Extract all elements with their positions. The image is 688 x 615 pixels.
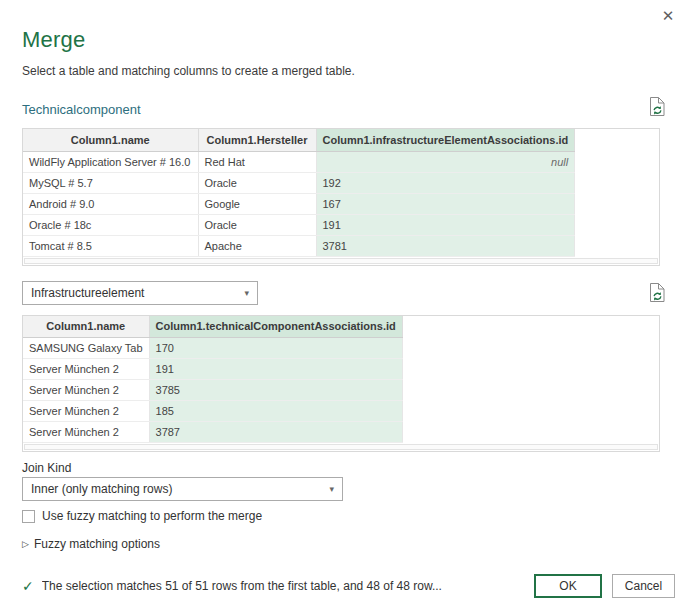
refresh-preview-icon[interactable]	[649, 96, 666, 117]
table-cell[interactable]: Server München 2	[23, 380, 149, 401]
match-status: ✓ The selection matches 51 of 51 rows fr…	[22, 578, 520, 594]
table-cell[interactable]: 170	[149, 338, 402, 359]
refresh-preview-icon[interactable]	[649, 282, 666, 303]
column-header[interactable]: Column1.name	[23, 129, 198, 151]
second-table-dropdown-value: Infrastructureelement	[31, 286, 144, 300]
column-header[interactable]: Column1.infrastructureElementAssociation…	[316, 129, 575, 151]
fuzzy-matching-checkbox-label[interactable]: Use fuzzy matching to perform the merge	[42, 509, 262, 523]
dialog-subtitle: Select a table and matching columns to c…	[22, 64, 666, 78]
table-row[interactable]: Oracle # 18cOracle191	[23, 214, 575, 235]
table-row[interactable]: Server München 23787	[23, 422, 402, 443]
first-table-preview: Column1.nameColumn1.HerstellerColumn1.in…	[22, 128, 660, 266]
join-kind-label: Join Kind	[22, 461, 666, 475]
table-cell[interactable]: Server München 2	[23, 359, 149, 380]
first-table-header: Technicalcomponent	[22, 95, 666, 117]
cancel-button[interactable]: Cancel	[612, 574, 675, 598]
second-table-preview: Column1.nameColumn1.technicalComponentAs…	[22, 315, 660, 453]
merge-dialog: ✕ Merge Select a table and matching colu…	[0, 0, 688, 615]
table-cell[interactable]: 191	[316, 214, 575, 235]
table-row[interactable]: Server München 23785	[23, 380, 402, 401]
table-cell[interactable]: Server München 2	[23, 401, 149, 422]
fuzzy-options-expander[interactable]: ▷ Fuzzy matching options	[22, 537, 666, 551]
header-row: Column1.nameColumn1.HerstellerColumn1.in…	[23, 129, 575, 151]
table-row[interactable]: SAMSUNG Galaxy Tab170	[23, 338, 402, 359]
join-kind-dropdown[interactable]: Inner (only matching rows) ▾	[22, 477, 343, 501]
table-cell[interactable]: MySQL # 5.7	[23, 172, 198, 193]
fuzzy-matching-row: Use fuzzy matching to perform the merge	[22, 509, 666, 523]
table-row[interactable]: Server München 2185	[23, 401, 402, 422]
first-table-name: Technicalcomponent	[22, 102, 141, 117]
dialog-footer: ✓ The selection matches 51 of 51 rows fr…	[22, 574, 675, 598]
table-cell[interactable]: Apache	[198, 235, 316, 256]
table-row[interactable]: WildFly Application Server # 16.0Red Hat…	[23, 151, 575, 172]
second-table: Column1.nameColumn1.technicalComponentAs…	[23, 316, 403, 444]
table-cell[interactable]: 191	[149, 359, 402, 380]
table-cell[interactable]: Android # 9.0	[23, 193, 198, 214]
success-check-icon: ✓	[22, 578, 34, 594]
first-table: Column1.nameColumn1.HerstellerColumn1.in…	[23, 129, 575, 257]
table-cell[interactable]: null	[316, 151, 575, 172]
table-cell[interactable]: 192	[316, 172, 575, 193]
second-table-dropdown[interactable]: Infrastructureelement ▾	[22, 281, 258, 305]
chevron-down-icon: ▾	[244, 288, 249, 298]
table-cell[interactable]: Google	[198, 193, 316, 214]
fuzzy-matching-checkbox[interactable]	[22, 510, 35, 523]
column-header[interactable]: Column1.name	[23, 316, 149, 338]
table-cell[interactable]: WildFly Application Server # 16.0	[23, 151, 198, 172]
ok-button[interactable]: OK	[534, 574, 602, 598]
table-cell[interactable]: SAMSUNG Galaxy Tab	[23, 338, 149, 359]
second-table-selector-row: Infrastructureelement ▾	[22, 281, 666, 305]
dialog-title: Merge	[22, 0, 666, 53]
chevron-down-icon: ▾	[329, 484, 334, 494]
fuzzy-options-label: Fuzzy matching options	[34, 537, 160, 551]
table-row[interactable]: Android # 9.0Google167	[23, 193, 575, 214]
table-row[interactable]: Tomcat # 8.5Apache3781	[23, 235, 575, 256]
table-cell[interactable]: 3781	[316, 235, 575, 256]
table-cell[interactable]: Tomcat # 8.5	[23, 235, 198, 256]
table-row[interactable]: MySQL # 5.7Oracle192	[23, 172, 575, 193]
table-cell[interactable]: Red Hat	[198, 151, 316, 172]
table-row[interactable]: Server München 2191	[23, 359, 402, 380]
horizontal-scrollbar[interactable]	[24, 258, 658, 264]
column-header[interactable]: Column1.Hersteller	[198, 129, 316, 151]
table-cell[interactable]: 3787	[149, 422, 402, 443]
match-status-text: The selection matches 51 of 51 rows from…	[42, 579, 442, 593]
expander-arrow-icon: ▷	[22, 539, 29, 549]
table-cell[interactable]: Oracle	[198, 214, 316, 235]
table-cell[interactable]: 185	[149, 401, 402, 422]
join-kind-dropdown-value: Inner (only matching rows)	[31, 482, 172, 496]
header-row: Column1.nameColumn1.technicalComponentAs…	[23, 316, 402, 338]
close-icon[interactable]: ✕	[659, 7, 677, 25]
table-cell[interactable]: Oracle # 18c	[23, 214, 198, 235]
table-cell[interactable]: Server München 2	[23, 422, 149, 443]
table-cell[interactable]: 3785	[149, 380, 402, 401]
column-header[interactable]: Column1.technicalComponentAssociations.i…	[149, 316, 402, 338]
horizontal-scrollbar[interactable]	[24, 444, 658, 450]
table-cell[interactable]: Oracle	[198, 172, 316, 193]
table-cell[interactable]: 167	[316, 193, 575, 214]
